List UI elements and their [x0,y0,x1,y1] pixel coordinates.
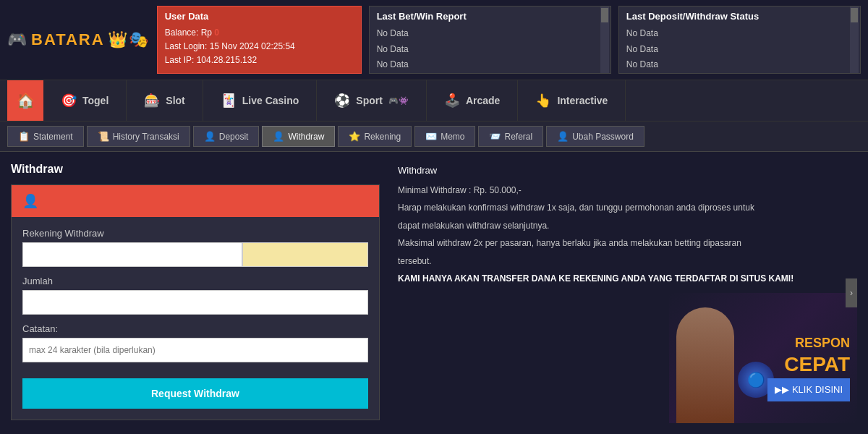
info-line3: Maksimal withdraw 2x per pasaran, hanya … [398,236,854,250]
last-login: Last Login: 15 Nov 2024 02:25:54 [165,40,354,54]
promo-text-block: RESPON CEPAT ▶▶ KLIK DISINI [767,332,850,401]
rekening-input-yellow [242,242,368,267]
catatan-group: Catatan: [22,323,368,362]
withdraw-label: Withdraw [288,132,324,142]
referal-icon: 📨 [489,131,501,142]
logo-icon: 🎮 [7,30,28,49]
home-icon: 🏠 [17,92,35,109]
subnav-referal[interactable]: 📨 Referal [478,126,543,147]
promo-respon: RESPON [767,332,850,354]
bet-win-scrollbar[interactable] [600,7,609,73]
logo-decorations: 👑🎭 [108,30,150,49]
balance-line: Balance: Rp 0 [165,26,354,40]
subnav-statement[interactable]: 📋 Statement [7,126,84,147]
nav-live-casino[interactable]: 🃏 Live Casino [203,80,318,121]
promo-klik-button[interactable]: ▶▶ KLIK DISINI [767,378,850,401]
nav-arcade[interactable]: 🕹️ Arcade [427,80,518,121]
memo-label: Memo [441,132,464,142]
form-body: Rekening Withdraw Jumlah Catatan: Reques… [12,217,379,420]
nav-togel[interactable]: 🎯 Togel [43,80,127,121]
info-minimal: Minimal Withdraw : Rp. 50.000,- [398,183,854,197]
form-panel: Withdraw 👤 Rekening Withdraw Jumlah [11,163,380,423]
arrow-icon: › [850,286,853,300]
logo-area: 🎮 BATARA 👑🎭 [7,6,150,74]
subnav-withdraw[interactable]: 👤 Withdraw [262,126,335,147]
deposit-title: Last Deposit/Withdraw Status [626,11,853,22]
scroll-thumb-2 [851,8,858,22]
memo-icon: ✉️ [425,131,437,142]
request-withdraw-button[interactable]: Request Withdraw [22,378,368,409]
info-line5: KAMI HANYA AKAN TRANSFER DANA KE REKENIN… [398,271,854,286]
side-arrow-button[interactable]: › [846,278,857,307]
subnav-rekening[interactable]: ⭐ Rekening [338,126,412,147]
rekening-input[interactable] [22,242,242,267]
balance-value: 0 [214,27,219,38]
promo-banner: 🔵 RESPON CEPAT ▶▶ KLIK DISINI [669,293,857,423]
nav-sport-label: Sport [356,95,383,106]
nav-sport[interactable]: ⚽ Sport 🎮👾 [317,80,427,121]
catatan-label: Catatan: [22,323,368,334]
info-line4: tersebut. [398,254,854,268]
referal-label: Referal [504,132,532,142]
subnav-memo[interactable]: ✉️ Memo [414,126,475,147]
bet-win-content: No Data No Data No Data [377,26,603,69]
user-data-title: User Data [165,11,354,22]
jumlah-label: Jumlah [22,276,368,286]
togel-icon: 🎯 [61,93,77,109]
header: 🎮 BATARA 👑🎭 User Data Balance: Rp 0 Last… [0,0,868,80]
subnav-history[interactable]: 📜 History Transaksi [87,126,190,147]
rekening-group: Rekening Withdraw [22,228,368,267]
main-content: Withdraw 👤 Rekening Withdraw Jumlah [0,152,868,434]
history-label: History Transaksi [113,132,179,142]
user-data-content: Balance: Rp 0 Last Login: 15 Nov 2024 02… [165,26,354,68]
jumlah-input[interactable] [22,290,368,315]
statement-icon: 📋 [18,131,30,142]
casino-icon: 🃏 [221,93,237,109]
nav-casino-label: Live Casino [242,95,299,106]
info-line1: Harap melakukan konfirmasi withdraw 1x s… [398,200,854,215]
page-title: Withdraw [11,163,380,176]
girl-figure [676,307,734,423]
history-icon: 📜 [98,131,109,142]
statement-label: Statement [33,132,73,142]
nav-arcade-label: Arcade [466,95,500,106]
rekening-icon: ⭐ [349,131,360,142]
info-content: Minimal Withdraw : Rp. 50.000,- Harap me… [398,183,854,286]
scroll-thumb [601,8,608,22]
form-container: 👤 Rekening Withdraw Jumlah Catatan: [11,184,380,420]
nav-slot-label: Slot [166,95,184,106]
subnav-ubah-password[interactable]: 👤 Ubah Password [546,126,644,147]
sport-icon: ⚽ [334,93,350,109]
subnav-deposit[interactable]: 👤 Deposit [193,126,260,147]
deposit-icon: 👤 [204,131,216,142]
deposit-content: No Data No Data No Data [626,26,853,69]
last-ip: Last IP: 104.28.215.132 [165,54,354,67]
nav-interactive-label: Interactive [557,95,608,106]
home-button[interactable]: 🏠 [7,80,43,121]
info-line2: dapat melakukan withdraw selanjutnya. [398,218,854,233]
interactive-icon: 👆 [535,93,551,109]
catatan-input[interactable] [22,338,368,362]
password-label: Ubah Password [572,132,634,142]
rekening-input-wrapper [22,242,368,267]
jumlah-group: Jumlah [22,276,368,315]
arcade-icon: 🕹️ [444,93,460,109]
form-header-bar: 👤 [12,185,379,217]
nav-interactive[interactable]: 👆 Interactive [518,80,626,121]
bet-win-title: Last Bet/Win Report [377,11,603,22]
rekening-label: Rekening [364,132,401,142]
deposit-panel: Last Deposit/Withdraw Status No Data No … [618,6,861,74]
sub-nav: 📋 Statement 📜 History Transaksi 👤 Deposi… [0,122,868,152]
password-icon: 👤 [557,131,569,142]
withdraw-icon: 👤 [273,131,284,142]
deposit-label: Deposit [219,132,249,142]
slot-icon: 🎰 [144,93,160,109]
deposit-scrollbar[interactable] [850,7,859,73]
logo: 🎮 BATARA 👑🎭 [7,30,150,49]
user-data-panel: User Data Balance: Rp 0 Last Login: 15 N… [157,6,362,74]
bet-win-panel: Last Bet/Win Report No Data No Data No D… [369,6,611,74]
nav-slot[interactable]: 🎰 Slot [127,80,203,121]
nav-togel-label: Togel [82,95,109,106]
info-right: Withdraw Minimal Withdraw : Rp. 50.000,-… [394,163,857,423]
sport-extra-icons: 🎮👾 [388,96,409,106]
